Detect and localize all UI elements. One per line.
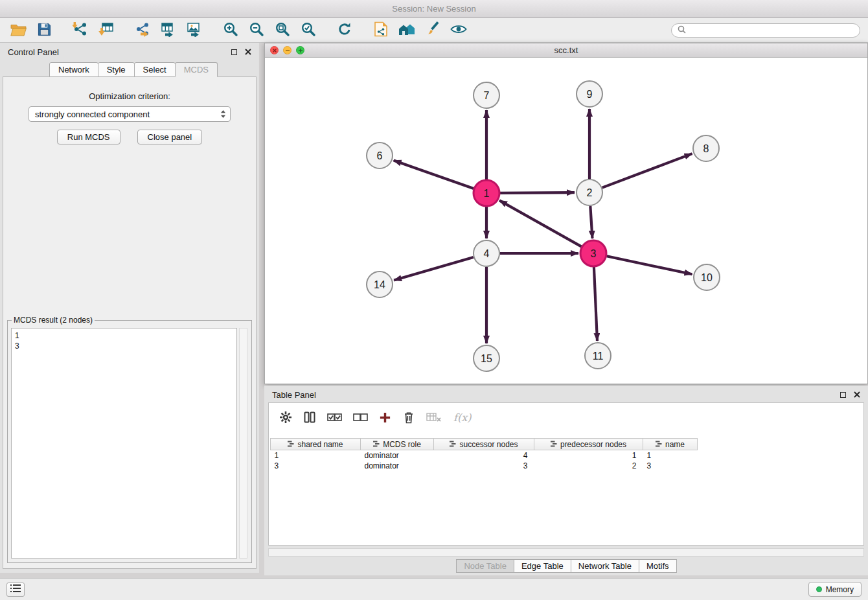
export-network-button[interactable]	[132, 21, 153, 40]
cell-shared-name[interactable]: 1	[271, 450, 361, 461]
delete-table-icon	[426, 411, 442, 424]
edge-1-6[interactable]	[394, 161, 474, 189]
edge-2-8[interactable]	[602, 154, 692, 188]
graph-node-2[interactable]: 2	[577, 179, 602, 205]
table-row[interactable]: 3dominator323	[271, 461, 698, 471]
column-header-shared-name[interactable]: shared name	[271, 439, 361, 450]
cell-successor-nodes[interactable]: 3	[434, 461, 534, 471]
table-tab-motifs[interactable]: Motifs	[639, 559, 677, 573]
minimize-window-button[interactable]	[283, 46, 291, 54]
save-session-button[interactable]	[34, 21, 54, 40]
apply-style-button[interactable]	[422, 21, 443, 40]
close-panel-icon[interactable]	[245, 49, 251, 55]
column-header-successor-nodes[interactable]: successor nodes	[434, 439, 534, 450]
edge-1-2[interactable]	[500, 192, 575, 193]
network-overview-icon	[374, 21, 388, 39]
export-table-button[interactable]	[158, 21, 179, 40]
show-hide-button[interactable]	[448, 21, 469, 40]
table-options-gear-icon[interactable]	[279, 411, 292, 424]
maximize-window-button[interactable]	[296, 46, 304, 54]
graph-node-15[interactable]: 15	[474, 345, 499, 371]
criterion-dropdown[interactable]: strongly connected component	[29, 106, 231, 122]
unselect-all-columns-icon[interactable]	[353, 411, 368, 424]
network-canvas[interactable]: 7968124314101511	[265, 58, 867, 384]
tab-select[interactable]: Select	[134, 62, 176, 77]
cell-predecessor-nodes[interactable]: 1	[534, 450, 643, 461]
node-table-container: f(x) shared nameMCDS rolesuccessor nodes…	[268, 402, 864, 546]
search-input[interactable]	[690, 26, 854, 35]
table-tab-node-table[interactable]: Node Table	[456, 559, 514, 573]
open-session-button[interactable]	[8, 21, 29, 40]
graph-node-10[interactable]: 10	[694, 264, 720, 290]
edge-3-1[interactable]	[499, 200, 582, 246]
zoom-fit-button[interactable]	[272, 21, 293, 40]
mcds-result-text[interactable]: 13	[11, 328, 237, 559]
cell-shared-name[interactable]: 3	[271, 461, 361, 471]
cell-successor-nodes[interactable]: 4	[434, 450, 534, 461]
table-tab-network-table[interactable]: Network Table	[571, 559, 639, 573]
edge-3-10[interactable]	[607, 256, 692, 274]
show-hide-icon	[450, 23, 467, 37]
delete-row-icon[interactable]	[402, 411, 415, 424]
float-panel-icon[interactable]	[231, 49, 237, 55]
function-builder-button: f(x)	[453, 411, 471, 424]
table-horizontal-scrollbar[interactable]	[268, 548, 864, 557]
network-view-window: scc.txt 7968124314101511	[264, 43, 868, 384]
zoom-in-button[interactable]	[220, 21, 241, 40]
node-label: 10	[701, 272, 713, 283]
cell-name[interactable]: 1	[643, 450, 698, 461]
table-row[interactable]: 1dominator411	[271, 450, 698, 461]
tab-network[interactable]: Network	[49, 62, 98, 77]
column-label: predecessor nodes	[560, 440, 626, 449]
network-window-titlebar[interactable]: scc.txt	[265, 43, 867, 58]
graph-node-3[interactable]: 3	[580, 240, 606, 266]
close-table-panel-icon[interactable]	[854, 391, 860, 398]
graph-node-4[interactable]: 4	[474, 240, 499, 266]
result-scrollbar[interactable]	[239, 328, 247, 559]
close-window-button[interactable]	[270, 46, 279, 54]
refresh-button[interactable]	[334, 21, 355, 40]
import-table-icon	[98, 21, 114, 39]
memory-button[interactable]: Memory	[808, 582, 862, 597]
tab-mcds[interactable]: MCDS	[175, 62, 218, 77]
cell-MCDS-role[interactable]: dominator	[361, 461, 434, 471]
graph-node-9[interactable]: 9	[577, 81, 602, 107]
home-button[interactable]	[396, 21, 417, 40]
graph-node-1[interactable]: 1	[474, 180, 499, 206]
node-label: 14	[374, 279, 385, 290]
cell-name[interactable]: 3	[643, 461, 698, 471]
add-row-icon[interactable]	[379, 411, 391, 424]
column-header-predecessor-nodes[interactable]: predecessor nodes	[534, 439, 643, 450]
import-network-button[interactable]	[70, 21, 91, 40]
graph-node-8[interactable]: 8	[693, 135, 719, 161]
column-header-name[interactable]: name	[643, 439, 698, 450]
cell-MCDS-role[interactable]: dominator	[361, 450, 434, 461]
select-all-columns-icon[interactable]	[327, 411, 342, 424]
network-overview-button[interactable]	[371, 21, 391, 40]
node-label: 11	[593, 351, 604, 362]
window-titlebar[interactable]: Session: New Session	[0, 0, 868, 18]
import-network-icon	[73, 21, 88, 39]
task-history-button[interactable]	[6, 583, 25, 597]
graph-node-14[interactable]: 14	[367, 271, 393, 297]
table-tab-edge-table[interactable]: Edge Table	[514, 559, 571, 573]
export-image-button[interactable]	[184, 21, 205, 40]
zoom-selected-button[interactable]	[298, 21, 319, 40]
node-table: shared nameMCDS rolesuccessor nodesprede…	[270, 438, 698, 471]
tab-style[interactable]: Style	[98, 62, 135, 77]
import-table-button[interactable]	[96, 21, 117, 40]
graph-node-6[interactable]: 6	[367, 143, 393, 168]
edge-2-3[interactable]	[590, 206, 592, 238]
memory-status-dot	[816, 586, 822, 592]
show-columns-icon[interactable]	[303, 411, 316, 424]
column-header-MCDS-role[interactable]: MCDS role	[361, 439, 434, 450]
float-table-panel-icon[interactable]	[840, 392, 846, 398]
close-panel-button[interactable]: Close panel	[137, 130, 203, 144]
graph-node-11[interactable]: 11	[585, 343, 611, 369]
graph-node-7[interactable]: 7	[474, 82, 499, 108]
run-mcds-button[interactable]: Run MCDS	[57, 130, 120, 144]
cell-predecessor-nodes[interactable]: 2	[534, 461, 643, 471]
edge-4-14[interactable]	[394, 257, 474, 281]
edge-3-11[interactable]	[594, 267, 597, 341]
zoom-out-button[interactable]	[246, 21, 267, 40]
